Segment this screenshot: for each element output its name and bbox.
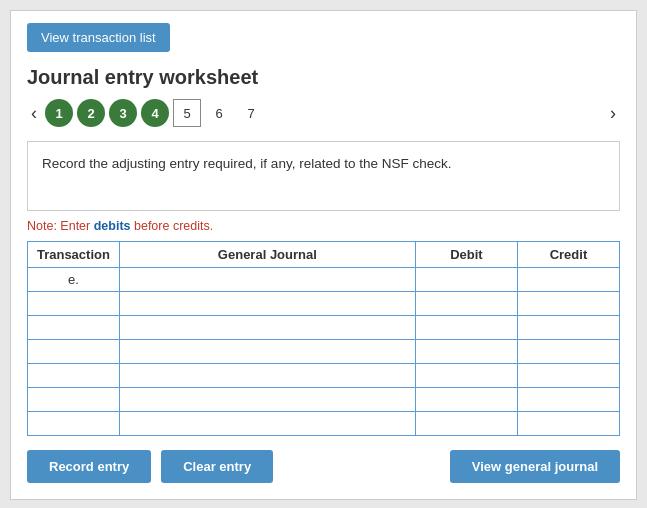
top-bar: View transaction list (27, 23, 620, 52)
cell-credit-0[interactable] (517, 268, 619, 292)
cell-debit-5[interactable] (415, 388, 517, 412)
prev-page-button[interactable]: ‹ (27, 104, 41, 122)
cell-transaction-1 (28, 292, 120, 316)
input-credit-2[interactable] (524, 320, 613, 335)
table-row (28, 412, 620, 436)
cell-debit-3[interactable] (415, 340, 517, 364)
instruction-box: Record the adjusting entry required, if … (27, 141, 620, 211)
header-credit: Credit (517, 242, 619, 268)
input-debit-5[interactable] (422, 392, 511, 407)
header-transaction: Transaction (28, 242, 120, 268)
table-row (28, 316, 620, 340)
input-general-4[interactable] (126, 368, 409, 383)
input-credit-3[interactable] (524, 344, 613, 359)
clear-entry-button[interactable]: Clear entry (161, 450, 273, 483)
input-debit-4[interactable] (422, 368, 511, 383)
cell-credit-1[interactable] (517, 292, 619, 316)
input-general-3[interactable] (126, 344, 409, 359)
pagination: ‹ 1 2 3 4 5 6 7 › (27, 99, 620, 127)
main-container: View transaction list Journal entry work… (10, 10, 637, 500)
page-6-button[interactable]: 6 (205, 99, 233, 127)
table-row: e. (28, 268, 620, 292)
cell-transaction-3 (28, 340, 120, 364)
input-credit-5[interactable] (524, 392, 613, 407)
note-prefix: Note: Enter (27, 219, 94, 233)
cell-debit-2[interactable] (415, 316, 517, 340)
cell-transaction-0: e. (28, 268, 120, 292)
cell-general-2[interactable] (119, 316, 415, 340)
input-debit-1[interactable] (422, 296, 511, 311)
cell-transaction-5 (28, 388, 120, 412)
cell-credit-4[interactable] (517, 364, 619, 388)
table-row (28, 388, 620, 412)
page-7-button[interactable]: 7 (237, 99, 265, 127)
input-credit-6[interactable] (524, 416, 613, 431)
table-row (28, 340, 620, 364)
header-general-journal: General Journal (119, 242, 415, 268)
cell-transaction-6 (28, 412, 120, 436)
note-text: Note: Enter debits before credits. (27, 219, 620, 233)
record-entry-button[interactable]: Record entry (27, 450, 151, 483)
note-suffix: before credits. (131, 219, 214, 233)
view-general-journal-button[interactable]: View general journal (450, 450, 620, 483)
cell-credit-3[interactable] (517, 340, 619, 364)
cell-general-3[interactable] (119, 340, 415, 364)
input-general-1[interactable] (126, 296, 409, 311)
cell-credit-5[interactable] (517, 388, 619, 412)
page-1-button[interactable]: 1 (45, 99, 73, 127)
journal-table: Transaction General Journal Debit Credit… (27, 241, 620, 436)
input-debit-0[interactable] (422, 272, 511, 287)
cell-transaction-2 (28, 316, 120, 340)
actions-row: Record entry Clear entry View general jo… (27, 450, 620, 483)
cell-debit-1[interactable] (415, 292, 517, 316)
input-general-6[interactable] (126, 416, 409, 431)
cell-general-5[interactable] (119, 388, 415, 412)
cell-credit-2[interactable] (517, 316, 619, 340)
page-title: Journal entry worksheet (27, 66, 620, 89)
input-debit-2[interactable] (422, 320, 511, 335)
page-4-button[interactable]: 4 (141, 99, 169, 127)
table-row (28, 292, 620, 316)
input-general-0[interactable] (126, 272, 409, 287)
input-general-2[interactable] (126, 320, 409, 335)
page-5-button[interactable]: 5 (173, 99, 201, 127)
cell-transaction-4 (28, 364, 120, 388)
cell-general-4[interactable] (119, 364, 415, 388)
table-row (28, 364, 620, 388)
cell-general-6[interactable] (119, 412, 415, 436)
cell-debit-4[interactable] (415, 364, 517, 388)
input-credit-1[interactable] (524, 296, 613, 311)
page-2-button[interactable]: 2 (77, 99, 105, 127)
header-debit: Debit (415, 242, 517, 268)
cell-general-1[interactable] (119, 292, 415, 316)
next-page-button[interactable]: › (606, 104, 620, 122)
page-3-button[interactable]: 3 (109, 99, 137, 127)
cell-debit-0[interactable] (415, 268, 517, 292)
cell-general-0[interactable] (119, 268, 415, 292)
input-debit-6[interactable] (422, 416, 511, 431)
cell-debit-6[interactable] (415, 412, 517, 436)
view-transaction-list-button[interactable]: View transaction list (27, 23, 170, 52)
cell-credit-6[interactable] (517, 412, 619, 436)
input-credit-0[interactable] (524, 272, 613, 287)
instruction-text: Record the adjusting entry required, if … (42, 156, 451, 171)
input-debit-3[interactable] (422, 344, 511, 359)
input-general-5[interactable] (126, 392, 409, 407)
note-debits: debits (94, 219, 131, 233)
input-credit-4[interactable] (524, 368, 613, 383)
